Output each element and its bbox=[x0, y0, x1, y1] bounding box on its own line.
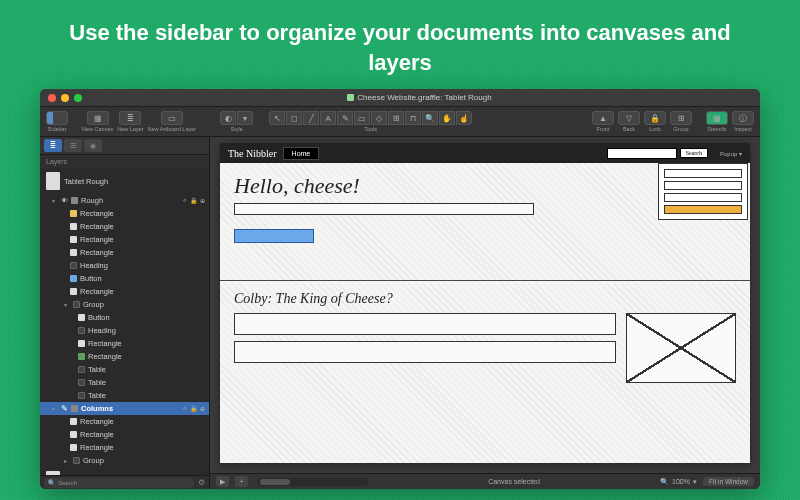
hand-tool[interactable]: ✋ bbox=[439, 111, 455, 125]
close-icon[interactable] bbox=[48, 94, 56, 102]
line-tool[interactable]: ╱ bbox=[303, 111, 319, 125]
wireframe-rectangle bbox=[234, 313, 616, 335]
document-icon bbox=[347, 94, 354, 101]
select-tool[interactable]: ↖ bbox=[269, 111, 285, 125]
layer-item[interactable]: Button bbox=[40, 272, 209, 285]
wireframe-image-placeholder bbox=[626, 313, 736, 383]
new-artboard-layer-button[interactable]: ▭New Artboard Layer bbox=[147, 111, 196, 132]
sidebar-tabs: ≣ ☰ ◉ bbox=[40, 137, 209, 155]
artboard-tool[interactable]: ▭ bbox=[354, 111, 370, 125]
sidebar-tab-layers[interactable]: ≣ bbox=[44, 139, 62, 152]
wireframe-search-button: Search bbox=[680, 148, 708, 158]
minimize-icon[interactable] bbox=[61, 94, 69, 102]
promo-headline: Use the sidebar to organize your documen… bbox=[0, 0, 800, 87]
canvas-area: The Nibbler Home Search Popup ▾ Hello, c… bbox=[210, 137, 760, 489]
pen-tool[interactable]: ✎ bbox=[337, 111, 353, 125]
wireframe-rectangle bbox=[664, 193, 742, 202]
layer-item[interactable]: Rectangle bbox=[40, 337, 209, 350]
layer-item[interactable]: Rectangle bbox=[40, 441, 209, 454]
add-button[interactable]: + bbox=[235, 476, 248, 487]
sidebar-settings-icon[interactable]: ⚙ bbox=[198, 478, 205, 487]
eye-icon[interactable] bbox=[61, 196, 68, 205]
canvas-item-tablet-rough[interactable]: Tablet Rough bbox=[40, 168, 209, 194]
lock-button[interactable]: 🔒Lock bbox=[644, 111, 666, 132]
layer-item[interactable]: Rectangle bbox=[40, 350, 209, 363]
browse-tool[interactable]: ☝ bbox=[456, 111, 472, 125]
window-title: Cheese Website.graffle: Tablet Rough bbox=[87, 93, 752, 102]
layer-tree: Tablet Rough ▾ Rough ⟐🔒⊕ Rectangle Recta… bbox=[40, 168, 209, 475]
wireframe-section: Colby: The King of Cheese? bbox=[220, 283, 750, 463]
wireframe-search-box bbox=[607, 148, 677, 159]
wireframe-rectangle bbox=[234, 341, 616, 363]
layer-item[interactable]: Rectangle bbox=[40, 428, 209, 441]
group-button[interactable]: ⊞Group bbox=[670, 111, 692, 132]
layer-item[interactable]: Rectangle bbox=[40, 233, 209, 246]
wireframe-home-tab: Home bbox=[283, 147, 320, 160]
sidebar-tab-selection[interactable]: ◉ bbox=[84, 139, 102, 152]
statusbar: ▶ + Canvas selected 🔍 100% ▾ Fit in Wind… bbox=[210, 473, 760, 489]
layer-item[interactable]: Button bbox=[40, 311, 209, 324]
inspect-button[interactable]: ⓘInspect bbox=[732, 111, 754, 132]
zoom-tool[interactable]: 🔍 bbox=[422, 111, 438, 125]
stamp-tool[interactable]: ⊞ bbox=[388, 111, 404, 125]
new-canvas-button[interactable]: ▦New Canvas bbox=[82, 111, 113, 132]
layer-item[interactable]: Rectangle bbox=[40, 285, 209, 298]
wireframe-section-heading: Colby: The King of Cheese? bbox=[234, 291, 736, 307]
canvas-thumbnail bbox=[46, 172, 60, 190]
popup-label: Popup ▾ bbox=[720, 150, 742, 157]
layer-item[interactable]: Rectangle bbox=[40, 246, 209, 259]
selection-status: Canvas selected bbox=[488, 478, 540, 485]
layer-rough[interactable]: ▾ Rough ⟐🔒⊕ bbox=[40, 194, 209, 207]
wireframe-button bbox=[234, 229, 314, 243]
layer-item[interactable]: Table bbox=[40, 363, 209, 376]
back-button[interactable]: ▽Back bbox=[618, 111, 640, 132]
presentation-mode-button[interactable]: ▶ bbox=[216, 476, 229, 487]
sidebar-search[interactable]: 🔍 Search bbox=[44, 478, 194, 488]
layer-item[interactable]: Table bbox=[40, 389, 209, 402]
sidebar-section-header: Layers bbox=[40, 155, 209, 168]
layer-group[interactable]: ▾Group bbox=[40, 298, 209, 311]
layer-group[interactable]: ▸Group bbox=[40, 454, 209, 467]
stencils-button[interactable]: ▦Stencils bbox=[706, 111, 728, 132]
front-button[interactable]: ▲Front bbox=[592, 111, 614, 132]
layer-item[interactable]: Rectangle bbox=[40, 207, 209, 220]
pencil-icon bbox=[61, 404, 68, 413]
wireframe-popup-panel bbox=[658, 163, 748, 220]
sidebar-toggle-button[interactable]: Sidebar bbox=[46, 111, 68, 132]
canvas-item-tablet-refined[interactable]: Tablet Refined bbox=[40, 467, 209, 475]
magnet-tool[interactable]: ⊓ bbox=[405, 111, 421, 125]
canvas-viewport[interactable]: The Nibbler Home Search Popup ▾ Hello, c… bbox=[210, 137, 760, 473]
wireframe-rectangle bbox=[664, 169, 742, 178]
layer-item[interactable]: Rectangle bbox=[40, 415, 209, 428]
titlebar: Cheese Website.graffle: Tablet Rough bbox=[40, 89, 760, 107]
sidebar-footer: 🔍 Search ⚙ bbox=[40, 475, 209, 489]
app-window: Cheese Website.graffle: Tablet Rough Sid… bbox=[40, 89, 760, 489]
wireframe-logo: The Nibbler bbox=[228, 148, 277, 159]
style-picker[interactable]: ◐▾ Style bbox=[214, 111, 259, 132]
wireframe-navbar: The Nibbler Home Search Popup ▾ bbox=[220, 143, 750, 163]
layer-columns[interactable]: ▾ Columns ⟐🔒⊕ bbox=[40, 402, 209, 415]
tools-strip: ↖ ◻ ╱ A ✎ ▭ ◇ ⊞ ⊓ 🔍 ✋ ☝ Tools bbox=[263, 111, 478, 132]
wireframe-rectangle bbox=[664, 181, 742, 190]
canvas-page[interactable]: The Nibbler Home Search Popup ▾ Hello, c… bbox=[220, 143, 750, 463]
text-tool[interactable]: A bbox=[320, 111, 336, 125]
layer-item[interactable]: Table bbox=[40, 376, 209, 389]
shape-tool[interactable]: ◻ bbox=[286, 111, 302, 125]
wireframe-rectangle bbox=[234, 203, 534, 215]
wireframe-hero: Hello, cheese! bbox=[220, 163, 750, 281]
toolbar: Sidebar ▦New Canvas ≣New Layer ▭New Artb… bbox=[40, 107, 760, 137]
layer-item[interactable]: Heading bbox=[40, 324, 209, 337]
layer-item[interactable]: Heading bbox=[40, 259, 209, 272]
zoom-icon[interactable] bbox=[74, 94, 82, 102]
new-layer-button[interactable]: ≣New Layer bbox=[117, 111, 143, 132]
point-tool[interactable]: ◇ bbox=[371, 111, 387, 125]
sidebar: ≣ ☰ ◉ Layers Tablet Rough ▾ Rough ⟐🔒⊕ Re… bbox=[40, 137, 210, 489]
wireframe-rectangle bbox=[664, 205, 742, 214]
zoom-control[interactable]: 🔍 100% ▾ bbox=[660, 478, 697, 486]
fit-in-window-button[interactable]: Fit in Window bbox=[703, 477, 754, 486]
horizontal-scrollbar[interactable] bbox=[258, 478, 368, 486]
layer-item[interactable]: Rectangle bbox=[40, 220, 209, 233]
sidebar-tab-outline[interactable]: ☰ bbox=[64, 139, 82, 152]
